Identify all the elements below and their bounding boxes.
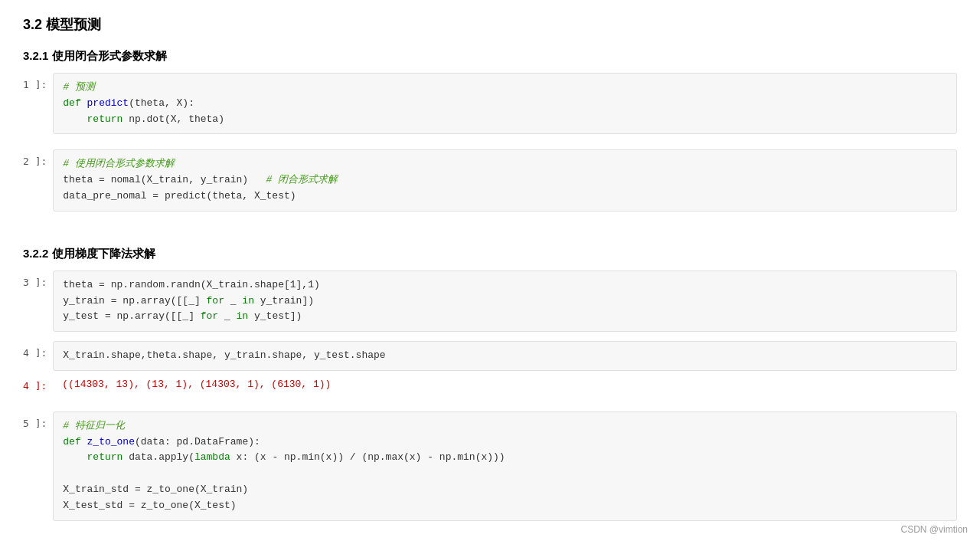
section-title: 3.2 模型预测	[23, 15, 957, 34]
code-cell-2: 2 ]: # 使用闭合形式参数求解 theta = nomal(X_train,…	[23, 149, 957, 211]
cell2-label: 2 ]:	[23, 149, 53, 211]
cell4in-label: 4 ]:	[23, 341, 53, 371]
code-cell-4-output: 4 ]: ((14303, 13), (13, 1), (14303, 1), …	[23, 374, 957, 396]
cell5-label: 5 ]:	[23, 411, 53, 521]
code-cell-3: 3 ]: theta = np.random.randn(X_train.sha…	[23, 270, 957, 332]
subsection1-title: 3.2.1 使用闭合形式参数求解	[23, 49, 957, 64]
cell2-code[interactable]: # 使用闭合形式参数求解 theta = nomal(X_train, y_tr…	[53, 149, 957, 211]
cell4in-code[interactable]: X_train.shape,theta.shape, y_train.shape…	[53, 341, 957, 371]
code-cell-1: 1 ]: # 预测 def predict(theta, X): return …	[23, 73, 957, 134]
cell4out-label: 4 ]:	[23, 374, 53, 396]
cell3-code[interactable]: theta = np.random.randn(X_train.shape[1]…	[53, 270, 957, 332]
code-cell-5: 5 ]: # 特征归一化 def z_to_one(data: pd.DataF…	[23, 411, 957, 521]
cell1-code[interactable]: # 预测 def predict(theta, X): return np.do…	[53, 73, 957, 134]
footer-text: CSDN @vimtion	[900, 524, 968, 535]
code-cell-4-input: 4 ]: X_train.shape,theta.shape, y_train.…	[23, 341, 957, 371]
cell1-label: 1 ]:	[23, 73, 53, 134]
cell3-label: 3 ]:	[23, 270, 53, 332]
cell4out-result: ((14303, 13), (13, 1), (14303, 1), (6130…	[53, 374, 957, 396]
subsection2-title: 3.2.2 使用梯度下降法求解	[23, 247, 957, 261]
cell5-code[interactable]: # 特征归一化 def z_to_one(data: pd.DataFrame)…	[53, 411, 957, 521]
